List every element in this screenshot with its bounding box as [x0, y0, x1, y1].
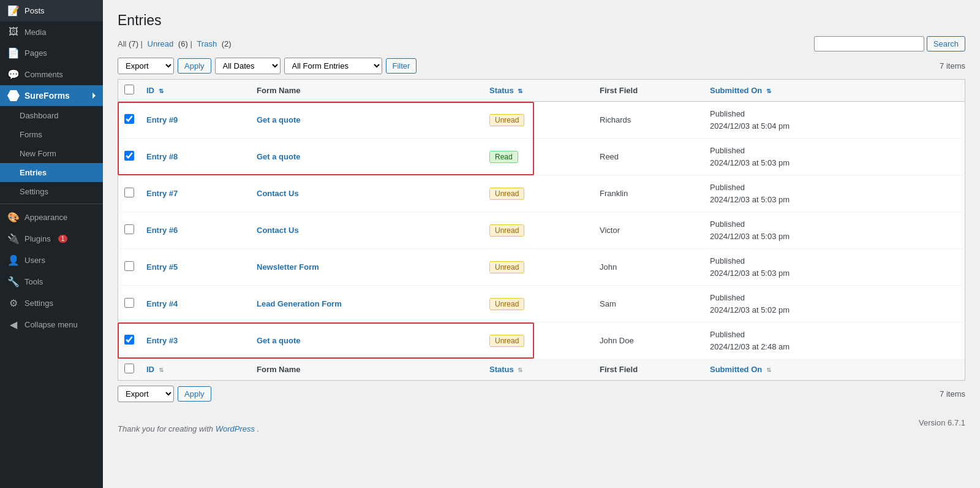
- sidebar-item-tools[interactable]: 🔧 Tools: [0, 271, 103, 292]
- status-badge-9: Unread: [489, 114, 524, 126]
- form-link-7[interactable]: Contact Us: [257, 189, 299, 198]
- status-badge-6: Unread: [489, 224, 524, 237]
- row-entry-id: Entry #3: [140, 322, 251, 359]
- row-status: Unread: [483, 102, 594, 139]
- filter-links: All (7) | Unread (6) | Trash (2): [118, 39, 232, 48]
- sidebar-item-settings-sub[interactable]: Settings: [0, 182, 103, 201]
- entry-link-6[interactable]: Entry #6: [146, 226, 178, 235]
- footer-status-sort-icon: ⇅: [518, 367, 522, 373]
- row-checkbox-cell: [118, 102, 141, 139]
- comments-icon: 💬: [7, 69, 20, 80]
- submitted-text-5: Published2024/12/03 at 5:03 pm: [710, 256, 790, 278]
- plugins-badge: 1: [58, 235, 68, 243]
- row-entry-id: Entry #9: [140, 102, 251, 139]
- apply-button-bottom[interactable]: Apply: [178, 386, 211, 402]
- status-sort-icon: ⇅: [518, 88, 522, 94]
- sidebar-item-users[interactable]: 👤 Users: [0, 250, 103, 271]
- sidebar-item-entries[interactable]: Entries: [0, 163, 103, 182]
- form-link-3[interactable]: Get a quote: [257, 336, 301, 345]
- row-checkbox-4[interactable]: [124, 298, 134, 308]
- row-entry-id: Entry #7: [140, 175, 251, 212]
- sidebar-item-pages[interactable]: 📄 Pages: [0, 42, 103, 64]
- posts-icon: 📝: [7, 5, 20, 17]
- export-select-bottom[interactable]: Export: [118, 386, 174, 402]
- sidebar-item-posts[interactable]: 📝 Posts: [0, 0, 103, 21]
- footer-first-field: First Field: [594, 359, 704, 381]
- table-row: Entry #5 Newsletter Form Unread John Pub…: [118, 249, 965, 286]
- select-all-checkbox[interactable]: [124, 85, 134, 94]
- row-status: Unread: [483, 175, 594, 212]
- row-status: Unread: [483, 286, 594, 322]
- sidebar-item-comments[interactable]: 💬 Comments: [0, 64, 103, 85]
- search-input[interactable]: [814, 36, 924, 51]
- wp-footer: Thank you for creating with WordPress . …: [118, 412, 965, 433]
- status-badge-8: Read: [489, 151, 518, 163]
- date-select-top[interactable]: All Dates: [215, 58, 281, 74]
- row-form-name: Lead Generation Form: [251, 286, 483, 322]
- table-header-row: ID ⇅ Form Name Status ⇅ First Field Subm: [118, 80, 965, 102]
- wordpress-link[interactable]: WordPress: [216, 424, 255, 433]
- sidebar-item-plugins[interactable]: 🔌 Plugins 1: [0, 228, 103, 250]
- sidebar-item-settings-main[interactable]: ⚙ Settings: [0, 292, 103, 314]
- form-link-5[interactable]: Newsletter Form: [257, 262, 319, 272]
- table-row: Entry #3 Get a quote Unread John Doe Pub…: [118, 322, 965, 359]
- row-checkbox-7[interactable]: [124, 188, 134, 197]
- table-row: Entry #6 Contact Us Unread Victor Publis…: [118, 212, 965, 249]
- entry-link-3[interactable]: Entry #3: [146, 336, 178, 345]
- footer-id-label: ID: [146, 365, 154, 374]
- footer-submitted-on-label: Submitted On: [710, 365, 762, 374]
- header-submitted-on[interactable]: Submitted On ⇅: [704, 80, 965, 102]
- row-checkbox-5[interactable]: [124, 261, 134, 271]
- sidebar-item-forms[interactable]: Forms: [0, 125, 103, 144]
- entry-link-8[interactable]: Entry #8: [146, 152, 178, 161]
- row-form-name: Get a quote: [251, 139, 483, 175]
- row-submitted-on: Published2024/12/03 at 5:02 pm: [704, 286, 965, 322]
- row-checkbox-6[interactable]: [124, 224, 134, 234]
- form-entries-select-top[interactable]: All Form Entries: [284, 58, 382, 74]
- footer-submitted-on[interactable]: Submitted On ⇅: [704, 359, 965, 381]
- footer-checkbox-cell: [118, 359, 141, 381]
- table-row: Entry #7 Contact Us Unread Franklin Publ…: [118, 175, 965, 212]
- sidebar-item-collapse[interactable]: ◀ Collapse menu: [0, 314, 103, 335]
- filter-trash-link[interactable]: Trash: [197, 39, 217, 48]
- filter-button-top[interactable]: Filter: [386, 58, 417, 74]
- row-form-name: Newsletter Form: [251, 249, 483, 286]
- entries-table: ID ⇅ Form Name Status ⇅ First Field Subm: [118, 79, 965, 381]
- table-row: Entry #9 Get a quote Unread Richards Pub…: [118, 102, 965, 139]
- entry-link-4[interactable]: Entry #4: [146, 299, 178, 308]
- search-button[interactable]: Search: [927, 36, 965, 51]
- form-link-6[interactable]: Contact Us: [257, 226, 299, 235]
- appearance-icon: 🎨: [7, 212, 20, 223]
- sidebar-item-appearance[interactable]: 🎨 Appearance: [0, 207, 103, 228]
- row-checkbox-8[interactable]: [124, 151, 134, 161]
- table-row: Entry #8 Get a quote Read Reed Published…: [118, 139, 965, 175]
- filter-all-count: (7): [129, 39, 138, 48]
- sidebar-item-sureforms[interactable]: SureForms: [0, 85, 103, 106]
- row-checkbox-cell: [118, 286, 141, 322]
- apply-button-top[interactable]: Apply: [178, 58, 211, 74]
- form-link-4[interactable]: Lead Generation Form: [257, 299, 342, 308]
- sidebar-item-media[interactable]: 🖼 Media: [0, 21, 103, 42]
- export-select-top[interactable]: Export: [118, 58, 174, 74]
- footer-note: Thank you for creating with WordPress .: [118, 424, 259, 433]
- sidebar-item-dashboard[interactable]: Dashboard: [0, 106, 103, 125]
- row-checkbox-9[interactable]: [124, 114, 134, 124]
- header-id[interactable]: ID ⇅: [140, 80, 251, 102]
- entry-link-5[interactable]: Entry #5: [146, 262, 178, 272]
- row-checkbox-3[interactable]: [124, 335, 134, 345]
- submitted-sort-icon: ⇅: [766, 88, 771, 94]
- footer-status[interactable]: Status ⇅: [483, 359, 594, 381]
- header-status[interactable]: Status ⇅: [483, 80, 594, 102]
- footer-id[interactable]: ID ⇅: [140, 359, 251, 381]
- status-badge-5: Unread: [489, 261, 524, 273]
- row-submitted-on: Published2024/12/03 at 5:03 pm: [704, 249, 965, 286]
- footer-select-all-checkbox[interactable]: [124, 364, 134, 373]
- filter-bar-top: All (7) | Unread (6) | Trash (2) Search: [118, 36, 965, 51]
- entry-link-9[interactable]: Entry #9: [146, 115, 178, 124]
- form-link-9[interactable]: Get a quote: [257, 115, 301, 124]
- form-link-8[interactable]: Get a quote: [257, 152, 301, 161]
- entry-link-7[interactable]: Entry #7: [146, 189, 178, 198]
- filter-unread-link[interactable]: Unread: [148, 39, 174, 48]
- header-first-field-label: First Field: [600, 86, 638, 95]
- sidebar-item-new-form[interactable]: New Form: [0, 144, 103, 163]
